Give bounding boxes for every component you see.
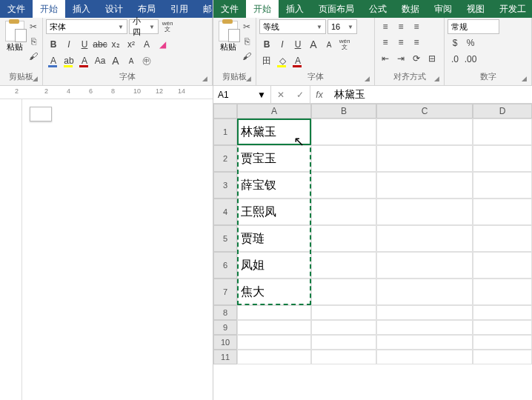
- cell[interactable]: [473, 305, 532, 320]
- align-left-button[interactable]: ≡: [378, 35, 393, 50]
- cell[interactable]: [473, 225, 532, 252]
- row-header[interactable]: 4: [213, 199, 237, 225]
- column-header-d[interactable]: D: [473, 104, 532, 119]
- launcher-icon[interactable]: ◢: [434, 75, 439, 82]
- font-name-combo[interactable]: 等线▼: [259, 19, 326, 34]
- launcher-icon[interactable]: ◢: [246, 75, 251, 82]
- row-header[interactable]: 3: [213, 172, 237, 199]
- cut-icon[interactable]: ✂: [241, 21, 253, 33]
- tab-home[interactable]: 开始: [33, 0, 65, 18]
- row-header[interactable]: 11: [213, 350, 237, 364]
- grid-body[interactable]: 1林黛玉2贾宝玉3薛宝钗4王熙凤5贾琏6凤姐7焦大891011: [213, 119, 532, 400]
- font-color-button[interactable]: A: [290, 53, 305, 68]
- cell[interactable]: [376, 145, 473, 172]
- highlight-color-button[interactable]: ab: [61, 53, 76, 68]
- cell[interactable]: [376, 225, 473, 252]
- tab-references[interactable]: 引用: [163, 0, 196, 18]
- tab-file[interactable]: 文件: [0, 0, 33, 18]
- launcher-icon[interactable]: ◢: [202, 75, 207, 82]
- cell[interactable]: [311, 279, 376, 305]
- align-middle-button[interactable]: ≡: [393, 19, 408, 34]
- percent-button[interactable]: %: [463, 36, 478, 50]
- tab-design[interactable]: 设计: [98, 0, 130, 18]
- row-header[interactable]: 8: [213, 305, 237, 320]
- row-header[interactable]: 5: [213, 225, 237, 252]
- font-size-combo[interactable]: 16▼: [327, 19, 357, 34]
- copy-icon[interactable]: ⎘: [27, 36, 39, 47]
- page-area[interactable]: [22, 99, 213, 400]
- grow-font-button[interactable]: A: [306, 37, 321, 52]
- cell[interactable]: [376, 199, 473, 225]
- subscript-button[interactable]: x₂: [108, 37, 123, 52]
- border-button[interactable]: 田: [259, 53, 274, 68]
- decrease-indent-button[interactable]: ⇤: [378, 51, 393, 66]
- cell[interactable]: [473, 279, 532, 305]
- tab-review[interactable]: 审阅: [427, 0, 459, 18]
- align-bottom-button[interactable]: ≡: [409, 19, 424, 34]
- shrink-font-button[interactable]: A: [322, 37, 336, 52]
- cell[interactable]: [376, 279, 473, 305]
- cell[interactable]: 凤姐: [237, 252, 311, 279]
- row-header[interactable]: 10: [213, 335, 237, 350]
- cancel-icon[interactable]: ✕: [271, 90, 290, 100]
- highlight-button[interactable]: ◢: [155, 37, 170, 52]
- format-painter-icon[interactable]: 🖌: [241, 50, 253, 62]
- cell[interactable]: [376, 350, 473, 364]
- clear-format-button[interactable]: A: [139, 37, 154, 52]
- cell[interactable]: [311, 225, 376, 252]
- vertical-ruler[interactable]: [0, 99, 22, 400]
- enclose-button[interactable]: ㊥: [139, 53, 154, 68]
- tab-developer[interactable]: 开发工: [492, 0, 532, 18]
- cell[interactable]: [311, 172, 376, 199]
- name-box[interactable]: A1▼: [213, 86, 271, 103]
- cell[interactable]: [473, 335, 532, 350]
- paste-button[interactable]: 粘贴: [216, 19, 239, 53]
- launcher-icon[interactable]: ◢: [33, 75, 38, 82]
- cell[interactable]: [311, 320, 376, 335]
- cell[interactable]: [376, 119, 473, 145]
- increase-decimal-button[interactable]: .0: [448, 52, 462, 67]
- shrink-font-button[interactable]: A: [124, 53, 139, 68]
- grow-font-button[interactable]: A: [108, 53, 123, 68]
- text-effects-button[interactable]: A: [46, 53, 61, 68]
- tab-data[interactable]: 数据: [394, 0, 427, 18]
- number-format-combo[interactable]: 常规: [448, 19, 499, 34]
- select-all-corner[interactable]: [213, 104, 237, 119]
- row-header[interactable]: 7: [213, 279, 237, 305]
- column-header-c[interactable]: C: [376, 104, 473, 119]
- tab-formulas[interactable]: 公式: [362, 0, 394, 18]
- change-case-button[interactable]: Aa: [93, 53, 107, 68]
- currency-button[interactable]: $: [448, 36, 462, 50]
- cell[interactable]: [311, 199, 376, 225]
- cell[interactable]: 薛宝钗: [237, 172, 311, 199]
- tab-insert[interactable]: 插入: [279, 0, 311, 18]
- font-size-combo[interactable]: 小四▼: [129, 19, 159, 34]
- cell[interactable]: [311, 305, 376, 320]
- increase-indent-button[interactable]: ⇥: [393, 51, 408, 66]
- cell[interactable]: 贾宝玉: [237, 145, 311, 172]
- cell[interactable]: [376, 252, 473, 279]
- cell[interactable]: [473, 350, 532, 364]
- strike-button[interactable]: abc: [93, 37, 107, 52]
- cell[interactable]: [237, 320, 311, 335]
- align-right-button[interactable]: ≡: [409, 35, 424, 50]
- enter-icon[interactable]: ✓: [290, 90, 310, 100]
- format-painter-icon[interactable]: 🖌: [27, 50, 39, 62]
- italic-button[interactable]: I: [61, 37, 76, 52]
- tab-view[interactable]: 视图: [459, 0, 492, 18]
- tab-home[interactable]: 开始: [246, 0, 279, 18]
- cell[interactable]: [311, 335, 376, 350]
- cell[interactable]: [473, 172, 532, 199]
- launcher-icon[interactable]: ◢: [522, 75, 527, 82]
- cell[interactable]: [376, 335, 473, 350]
- column-header-b[interactable]: B: [311, 104, 376, 119]
- underline-button[interactable]: U: [77, 37, 92, 52]
- fill-color-button[interactable]: ◇: [275, 53, 290, 68]
- cell[interactable]: [473, 252, 532, 279]
- align-center-button[interactable]: ≡: [393, 35, 408, 50]
- cell[interactable]: [311, 350, 376, 364]
- orientation-button[interactable]: ⟳: [409, 51, 424, 66]
- tab-page-layout[interactable]: 页面布局: [311, 0, 362, 18]
- tab-file[interactable]: 文件: [213, 0, 246, 18]
- row-header[interactable]: 2: [213, 145, 237, 172]
